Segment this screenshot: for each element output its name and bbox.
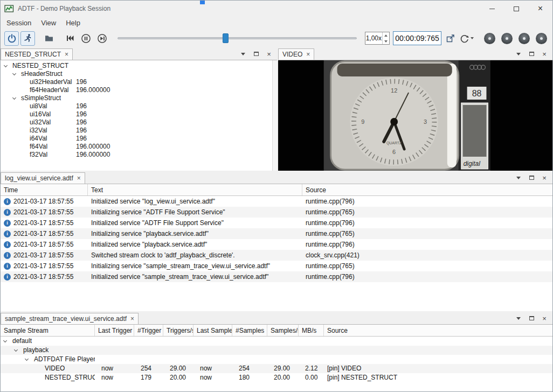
knob-button-2[interactable] bbox=[501, 33, 513, 44]
log-source: clock_srv.cpp(421) bbox=[302, 250, 552, 261]
speed-down-button[interactable] bbox=[383, 38, 389, 44]
tab-close-icon[interactable]: × bbox=[130, 316, 134, 322]
column-header-text[interactable]: Text bbox=[88, 184, 302, 195]
slider-track[interactable] bbox=[117, 37, 357, 39]
expander-icon[interactable] bbox=[25, 357, 29, 361]
tree-row-ui32val[interactable]: ui32Val196 bbox=[1, 118, 277, 127]
log-row[interactable]: 2021-03-17 18:57:55Switched stream clock… bbox=[1, 250, 552, 261]
tab-close-icon[interactable]: × bbox=[65, 51, 68, 58]
panel-float-button[interactable] bbox=[528, 173, 535, 182]
tree-row-f64val[interactable]: f64Val196.000000 bbox=[1, 143, 277, 151]
log-row[interactable]: 2021-03-17 18:57:55Initializing service … bbox=[1, 261, 552, 271]
detach-player-button[interactable] bbox=[443, 31, 458, 46]
expander-icon[interactable] bbox=[12, 72, 16, 75]
column-header-source[interactable]: Source bbox=[302, 184, 552, 195]
trace-row-adtfdat-file-player[interactable]: ADTFDAT File Player bbox=[1, 355, 552, 364]
panel-close-button[interactable]: × bbox=[541, 173, 548, 182]
tree-row-sheaderstruct[interactable]: sHeaderStruct bbox=[1, 70, 277, 78]
trace-row-playback[interactable]: playback bbox=[1, 346, 552, 355]
expander-icon[interactable] bbox=[4, 64, 8, 67]
maximize-button[interactable] bbox=[504, 1, 528, 17]
expander-icon[interactable] bbox=[14, 348, 18, 352]
expander-icon[interactable] bbox=[12, 96, 16, 100]
knob-button-1[interactable] bbox=[484, 33, 495, 44]
trace-cell-mb-s: 0.00 bbox=[299, 373, 324, 382]
column-header-last-sample[interactable]: Last Sample bbox=[193, 325, 232, 336]
playback-speed-spinbox[interactable]: 1,00x bbox=[365, 32, 390, 45]
trace-row-default[interactable]: default bbox=[1, 337, 552, 346]
playback-time-display[interactable]: 00:00:09:765 bbox=[393, 31, 441, 45]
tree-row-f32val[interactable]: f32Val196.000000 bbox=[1, 151, 277, 159]
power-icon bbox=[7, 33, 17, 43]
panel-menu-button[interactable] bbox=[515, 50, 522, 58]
log-source: runtime.cpp(765) bbox=[302, 261, 552, 271]
column-header-source[interactable]: Source bbox=[324, 325, 552, 336]
run-toggle-button[interactable] bbox=[20, 31, 35, 46]
close-button[interactable]: × bbox=[528, 1, 552, 17]
skip-to-start-button[interactable] bbox=[63, 31, 77, 46]
panel-menu-button[interactable] bbox=[515, 314, 522, 323]
tree-row-ui32headerval[interactable]: ui32HeaderVal196 bbox=[1, 78, 277, 86]
trace-row-nested-struct[interactable]: NESTED_STRUCTnow17920.00now18020.000.00[… bbox=[1, 373, 552, 382]
trace-cell-last-trigger bbox=[95, 337, 134, 346]
trace-row-video[interactable]: VIDEOnow25429.00now25429.002.12[pin] VID… bbox=[1, 364, 552, 373]
tree-row-ssimplestruct[interactable]: sSimpleStruct bbox=[1, 94, 277, 102]
tab-close-icon[interactable]: × bbox=[77, 175, 81, 181]
panel-close-button[interactable]: × bbox=[541, 314, 548, 323]
menu-session[interactable]: Session bbox=[2, 18, 36, 28]
skip-to-end-button[interactable] bbox=[95, 31, 109, 46]
slider-handle[interactable] bbox=[223, 33, 229, 43]
knob-button-4[interactable] bbox=[536, 33, 547, 44]
timeline-slider[interactable] bbox=[117, 31, 357, 45]
panel-float-button[interactable] bbox=[528, 314, 535, 323]
speed-up-button[interactable] bbox=[383, 32, 389, 38]
tree-row-i64val[interactable]: i64Val196 bbox=[1, 135, 277, 143]
close-icon: × bbox=[538, 4, 543, 13]
trace-cell-trigger bbox=[134, 346, 163, 355]
menu-view[interactable]: View bbox=[36, 18, 61, 28]
trace-cell-samples bbox=[232, 355, 267, 364]
repeat-mode-button[interactable] bbox=[459, 33, 474, 44]
column-header-samples-s[interactable]: Samples/s bbox=[267, 325, 299, 336]
column-header-sample-stream[interactable]: Sample Stream bbox=[1, 325, 95, 336]
log-time: 2021-03-17 18:57:55 bbox=[13, 208, 73, 216]
column-header-samples[interactable]: #Samples bbox=[232, 325, 267, 336]
panel-close-button[interactable]: × bbox=[541, 50, 548, 58]
pause-button[interactable] bbox=[79, 31, 93, 46]
tree-row-f64headerval[interactable]: f64HeaderVal196.000000 bbox=[1, 86, 277, 94]
column-header-triggers-s[interactable]: Triggers/s bbox=[163, 325, 193, 336]
knob-button-3[interactable] bbox=[519, 33, 530, 44]
minimize-button[interactable] bbox=[480, 1, 504, 17]
tree-row-ui16val[interactable]: ui16Val196 bbox=[1, 110, 277, 118]
column-header-time[interactable]: Time bbox=[1, 184, 88, 195]
panel-float-button[interactable] bbox=[252, 50, 260, 58]
vertical-scrollbar[interactable] bbox=[272, 60, 277, 171]
column-header-last-trigger[interactable]: Last Trigger bbox=[95, 325, 134, 336]
panel-menu-button[interactable] bbox=[515, 173, 522, 182]
panel-float-button[interactable] bbox=[528, 50, 535, 58]
tab-log-view[interactable]: log_view.ui_service.adtf × bbox=[1, 172, 85, 184]
log-row[interactable]: 2021-03-17 18:57:55Initialized service "… bbox=[1, 196, 552, 207]
tab-nested-struct[interactable]: NESTED_STRUCT × bbox=[1, 48, 73, 60]
open-file-button[interactable] bbox=[42, 31, 56, 46]
panel-menu-button[interactable] bbox=[239, 50, 247, 58]
panel-close-button[interactable]: × bbox=[265, 50, 273, 58]
repeat-dropdown-caret-icon[interactable] bbox=[471, 37, 474, 39]
log-row[interactable]: 2021-03-17 18:57:55Initializing service … bbox=[1, 207, 552, 218]
tree-row-ui8val[interactable]: ui8Val196 bbox=[1, 102, 277, 110]
tab-trace-view[interactable]: sample_stream_trace_view.ui_service.adtf… bbox=[1, 313, 139, 324]
tree-row-nested-struct[interactable]: NESTED_STRUCT bbox=[1, 62, 277, 70]
menu-help[interactable]: Help bbox=[61, 18, 85, 28]
tab-video[interactable]: VIDEO × bbox=[278, 48, 314, 60]
log-row[interactable]: 2021-03-17 18:57:55Initialized service "… bbox=[1, 239, 552, 250]
expander-icon[interactable] bbox=[3, 339, 7, 342]
power-toggle-button[interactable] bbox=[4, 31, 19, 46]
tab-close-icon[interactable]: × bbox=[306, 51, 310, 58]
column-header-trigger[interactable]: #Trigger bbox=[134, 325, 163, 336]
log-row[interactable]: 2021-03-17 18:57:55Initializing service … bbox=[1, 228, 552, 239]
tree-row-i32val[interactable]: i32Val196 bbox=[1, 127, 277, 135]
column-header-mb-s[interactable]: MB/s bbox=[299, 325, 324, 336]
log-row[interactable]: 2021-03-17 18:57:55Initialized service "… bbox=[1, 218, 552, 228]
log-source: runtime.cpp(796) bbox=[302, 271, 552, 282]
log-row[interactable]: 2021-03-17 18:57:55Initialized service "… bbox=[1, 271, 552, 282]
